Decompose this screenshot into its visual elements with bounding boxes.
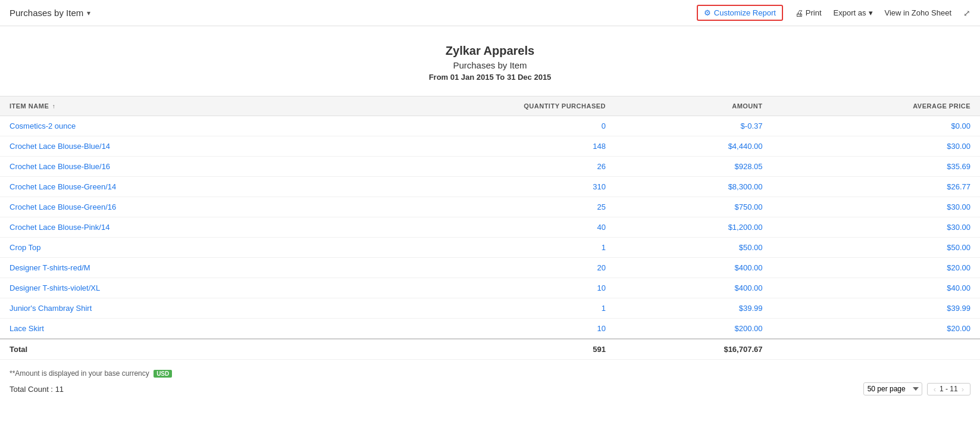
cell-avg-price: $30.00	[772, 197, 980, 217]
table-row: Crochet Lace Blouse-Blue/16 26 $928.05 $…	[0, 157, 980, 177]
print-button[interactable]: 🖨 Print	[795, 8, 822, 18]
cell-qty-purchased: 1	[341, 298, 615, 319]
per-page-select[interactable]: 50 per page100 per page200 per page	[863, 382, 922, 395]
total-qty: 591	[341, 339, 615, 360]
print-label: Print	[806, 8, 822, 17]
item-link[interactable]: Designer T-shirts-violet/XL	[10, 283, 100, 292]
total-amount: $16,707.67	[615, 339, 772, 360]
item-link[interactable]: Crochet Lace Blouse-Green/16	[10, 202, 116, 211]
gear-icon: ⚙	[704, 8, 711, 17]
report-table: ITEM NAME ↑ QUANTITY PURCHASED AMOUNT AV…	[0, 96, 980, 360]
footer: **Amount is displayed in your base curre…	[0, 360, 980, 403]
table-row: Crochet Lace Blouse-Blue/14 148 $4,440.0…	[0, 136, 980, 157]
total-count: Total Count : 11	[10, 385, 64, 394]
cell-qty-purchased: 20	[341, 258, 615, 278]
customize-report-button[interactable]: ⚙ Customize Report	[697, 5, 783, 21]
total-label: Total	[0, 339, 341, 360]
item-link[interactable]: Crochet Lace Blouse-Pink/14	[10, 223, 109, 232]
table-row: Lace Skirt 10 $200.00 $20.00	[0, 319, 980, 339]
export-as-button[interactable]: Export as ▾	[834, 8, 873, 17]
cell-qty-purchased: 25	[341, 197, 615, 217]
cell-qty-purchased: 310	[341, 177, 615, 197]
page-info: 1 - 11	[940, 385, 958, 393]
table-row: Cosmetics-2 ounce 0 $-0.37 $0.00	[0, 116, 980, 136]
table-row: Junior's Chambray Shirt 1 $39.99 $39.99	[0, 298, 980, 319]
page-nav: ‹ 1 - 11 ›	[927, 383, 970, 395]
table-header-row: ITEM NAME ↑ QUANTITY PURCHASED AMOUNT AV…	[0, 96, 980, 116]
cell-amount: $50.00	[615, 238, 772, 258]
export-as-label: Export as	[834, 8, 866, 17]
cell-amount: $4,440.00	[615, 136, 772, 157]
cell-qty-purchased: 0	[341, 116, 615, 136]
cell-avg-price: $30.00	[772, 136, 980, 157]
cell-amount: $750.00	[615, 197, 772, 217]
col-header-qty-purchased[interactable]: QUANTITY PURCHASED	[341, 96, 615, 116]
item-link[interactable]: Crochet Lace Blouse-Blue/14	[10, 142, 110, 151]
export-dropdown-icon: ▾	[869, 8, 873, 17]
cell-amount: $8,300.00	[615, 177, 772, 197]
cell-amount: $1,200.00	[615, 217, 772, 238]
cell-item-name: Crop Top	[0, 238, 341, 258]
cell-amount: $400.00	[615, 258, 772, 278]
cell-amount: $-0.37	[615, 116, 772, 136]
table-row: Crochet Lace Blouse-Green/14 310 $8,300.…	[0, 177, 980, 197]
cell-qty-purchased: 26	[341, 157, 615, 177]
cell-amount: $200.00	[615, 319, 772, 339]
cell-item-name: Lace Skirt	[0, 319, 341, 339]
view-in-zoho-label: View in Zoho Sheet	[885, 8, 952, 17]
cell-item-name: Crochet Lace Blouse-Blue/16	[0, 157, 341, 177]
cell-qty-purchased: 10	[341, 278, 615, 298]
cell-amount: $39.99	[615, 298, 772, 319]
report-date-range: From 01 Jan 2015 To 31 Dec 2015	[0, 73, 980, 82]
pagination-right: 50 per page100 per page200 per page ‹ 1 …	[863, 382, 970, 395]
col-header-item-name[interactable]: ITEM NAME ↑	[0, 96, 341, 116]
cell-amount: $928.05	[615, 157, 772, 177]
cell-qty-purchased: 148	[341, 136, 615, 157]
sort-arrow-icon: ↑	[52, 103, 56, 110]
item-link[interactable]: Cosmetics-2 ounce	[10, 121, 76, 130]
cell-amount: $400.00	[615, 278, 772, 298]
cell-avg-price: $35.69	[772, 157, 980, 177]
table-row: Crochet Lace Blouse-Green/16 25 $750.00 …	[0, 197, 980, 217]
total-row: Total 591 $16,707.67	[0, 339, 980, 360]
item-link[interactable]: Junior's Chambray Shirt	[10, 304, 92, 313]
table-row: Crop Top 1 $50.00 $50.00	[0, 238, 980, 258]
cell-item-name: Crochet Lace Blouse-Green/16	[0, 197, 341, 217]
col-header-avg-price[interactable]: AVERAGE PRICE	[772, 96, 980, 116]
cell-avg-price: $50.00	[772, 238, 980, 258]
col-header-amount[interactable]: AMOUNT	[615, 96, 772, 116]
view-in-zoho-button[interactable]: View in Zoho Sheet	[885, 8, 952, 17]
table-row: Designer T-shirts-violet/XL 10 $400.00 $…	[0, 278, 980, 298]
item-link[interactable]: Crop Top	[10, 243, 41, 252]
cell-item-name: Junior's Chambray Shirt	[0, 298, 341, 319]
table-row: Crochet Lace Blouse-Pink/14 40 $1,200.00…	[0, 217, 980, 238]
customize-report-label: Customize Report	[714, 8, 776, 17]
item-link[interactable]: Designer T-shirts-red/M	[10, 263, 90, 272]
cell-avg-price: $20.00	[772, 319, 980, 339]
currency-badge: USD	[154, 370, 172, 378]
next-page-button[interactable]: ›	[960, 385, 965, 394]
cell-qty-purchased: 40	[341, 217, 615, 238]
report-name: Purchases by Item	[0, 60, 980, 70]
item-link[interactable]: Crochet Lace Blouse-Green/14	[10, 182, 116, 191]
cell-avg-price: $30.00	[772, 217, 980, 238]
total-avg-price	[772, 339, 980, 360]
cell-item-name: Crochet Lace Blouse-Pink/14	[0, 217, 341, 238]
item-link[interactable]: Crochet Lace Blouse-Blue/16	[10, 162, 110, 171]
cell-qty-purchased: 1	[341, 238, 615, 258]
item-link[interactable]: Lace Skirt	[10, 324, 44, 333]
cell-item-name: Designer T-shirts-violet/XL	[0, 278, 341, 298]
top-bar-left: Purchases by Item ▾	[10, 8, 90, 18]
cell-avg-price: $40.00	[772, 278, 980, 298]
expand-icon[interactable]: ⤢	[963, 8, 970, 18]
pagination-area: Total Count : 11 50 per page100 per page…	[10, 382, 970, 395]
report-title-dropdown[interactable]: Purchases by Item	[10, 8, 83, 18]
company-name: Zylkar Apparels	[0, 44, 980, 58]
top-bar-right: ⚙ Customize Report 🖨 Print Export as ▾ V…	[697, 5, 970, 21]
footer-note: **Amount is displayed in your base curre…	[10, 369, 970, 378]
cell-item-name: Crochet Lace Blouse-Green/14	[0, 177, 341, 197]
prev-page-button[interactable]: ‹	[932, 385, 937, 394]
report-header: Zylkar Apparels Purchases by Item From 0…	[0, 26, 980, 91]
total-count-value: 11	[55, 385, 64, 394]
dropdown-arrow-icon[interactable]: ▾	[87, 9, 90, 17]
